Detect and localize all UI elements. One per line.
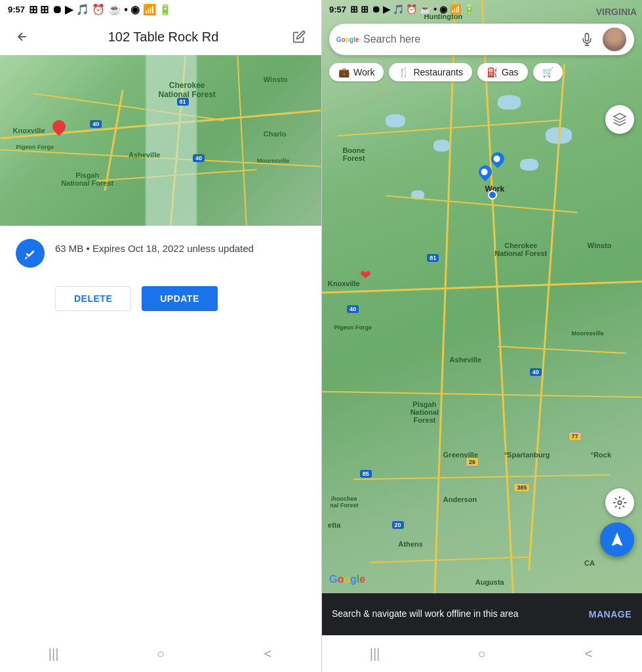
- delete-button[interactable]: DELETE: [55, 286, 131, 311]
- update-button[interactable]: UPDATE: [142, 286, 218, 311]
- right-panel: 81 40 40 85 20 26 385 77 Huntington Boon…: [321, 0, 642, 672]
- home-button-right[interactable]: ○: [470, 642, 494, 665]
- search-bar-container: Google Search here: [321, 18, 642, 60]
- time-left: 9:57: [8, 5, 25, 14]
- chip-gas[interactable]: ⛽ Gas: [477, 63, 528, 81]
- action-buttons: DELETE UPDATE: [0, 281, 321, 327]
- map-area[interactable]: 81 40 40 85 20 26 385 77 Huntington Boon…: [321, 0, 642, 635]
- recents-button-right[interactable]: |||: [363, 642, 387, 665]
- layers-button[interactable]: [605, 105, 634, 134]
- filter-chips: 💼 Work 🍴 Restaurants ⛽ Gas 🛒: [321, 58, 642, 87]
- google-watermark: Google: [329, 574, 365, 585]
- left-panel: 9:57 ⊞ ⊞ ⏺ ▶ 🎵 ⏰ ☕ • ◉ 📶 🔋 102 Table Roc…: [0, 0, 321, 672]
- offline-message: Search & navigate will work offline in t…: [332, 608, 519, 621]
- chip-gas-label: Gas: [502, 67, 519, 77]
- navigation-fab[interactable]: [600, 522, 634, 556]
- recents-button-left[interactable]: |||: [42, 642, 66, 665]
- page-title: 102 Table Rock Rd: [39, 30, 287, 45]
- chip-work[interactable]: 💼 Work: [329, 63, 384, 81]
- map-thumbnail: 40 81 40 CherokeeNational Forest Knoxvil…: [0, 55, 321, 226]
- panel-divider: [321, 0, 322, 672]
- gas-icon: ⛽: [487, 67, 498, 77]
- offline-banner: Search & navigate will work offline in t…: [321, 593, 642, 635]
- work-icon: 💼: [338, 67, 350, 77]
- manage-button[interactable]: MANAGE: [589, 609, 632, 620]
- home-button-left[interactable]: ○: [149, 642, 172, 665]
- back-button[interactable]: [10, 25, 34, 49]
- user-avatar[interactable]: [603, 28, 626, 51]
- chip-work-label: Work: [353, 67, 374, 77]
- chip-restaurants-label: Restaurants: [413, 67, 462, 77]
- time-right: 9:57: [329, 5, 346, 14]
- restaurants-icon: 🍴: [398, 67, 409, 77]
- status-icons-left: ⊞ ⊞ ⏺ ▶ 🎵 ⏰ ☕ • ◉ 📶 🔋: [29, 3, 172, 16]
- status-bar-left: 9:57 ⊞ ⊞ ⏺ ▶ 🎵 ⏰ ☕ • ◉ 📶 🔋: [0, 0, 321, 18]
- chip-shopping[interactable]: 🛒: [533, 63, 563, 81]
- edit-button[interactable]: [287, 25, 311, 49]
- search-input[interactable]: Search here: [363, 33, 571, 45]
- location-button[interactable]: [605, 488, 634, 517]
- shopping-icon: 🛒: [542, 67, 553, 77]
- check-circle-icon: [16, 239, 45, 268]
- mic-icon[interactable]: [576, 29, 597, 50]
- nav-bar-right: ||| ○ <: [321, 635, 642, 672]
- status-bar-right: 9:57 ⊞ ⊞ ⏺ ▶ 🎵 ⏰ ☕ • ◉ 📶 🔋: [321, 0, 642, 18]
- info-section: 63 MB • Expires Oct 18, 2022 unless upda…: [0, 226, 321, 281]
- chip-restaurants[interactable]: 🍴 Restaurants: [389, 63, 471, 81]
- back-nav-button-right[interactable]: <: [577, 642, 601, 665]
- header-left: 102 Table Rock Rd: [0, 18, 321, 55]
- search-bar[interactable]: Google Search here: [329, 24, 634, 55]
- download-info: 63 MB • Expires Oct 18, 2022 unless upda…: [55, 239, 254, 257]
- svg-point-1: [618, 501, 622, 505]
- nav-bar-left: ||| ○ <: [0, 635, 321, 672]
- google-logo: Google: [337, 29, 358, 50]
- back-nav-button-left[interactable]: <: [256, 642, 279, 665]
